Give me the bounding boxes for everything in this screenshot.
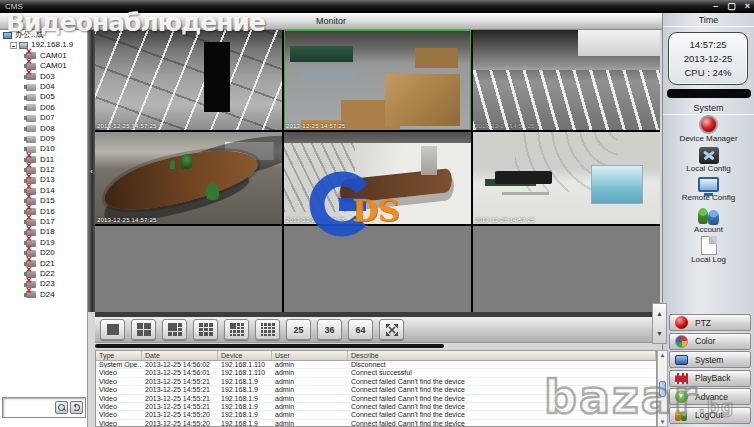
logout-quick-button[interactable]: LogOut (669, 407, 751, 424)
tree-channel-d24-23[interactable]: D24 (0, 290, 87, 300)
camera-4[interactable]: 2013-12-25 14:57:25 (95, 132, 282, 224)
remote-config-button[interactable]: Remote Config (663, 175, 754, 205)
layout-6-button[interactable] (162, 319, 187, 340)
tree-channel-d16-15[interactable]: D16 (0, 207, 87, 217)
scroll-down-icon[interactable]: ▼ (660, 419, 666, 425)
tree-channel-d09-8[interactable]: D09 (0, 134, 87, 144)
layout-36-button[interactable]: 36 (317, 319, 342, 340)
channel-list: CAM01CAM01D03D04D05D06D07D08D09D10D11D12… (0, 51, 87, 300)
empty-video-cell-3[interactable] (473, 226, 660, 312)
empty-video-cell-2[interactable] (284, 226, 471, 312)
close-icon[interactable]: × (745, 0, 750, 13)
device-manager-button[interactable]: Device Manager (663, 115, 754, 145)
local-config-button[interactable]: Local Config (663, 145, 754, 175)
log-column-user[interactable]: User (272, 351, 348, 360)
tree-channel-d15-14[interactable]: D15 (0, 196, 87, 206)
layout-1-button[interactable] (100, 319, 125, 340)
camera-1[interactable]: 2013-12-25 14:57:25 (95, 30, 282, 130)
layout-toolbar: 253664 (95, 317, 660, 343)
tab-monitor[interactable]: Monitor (0, 13, 662, 30)
tree-channel-d04-3[interactable]: D04 (0, 82, 87, 92)
color-quick-button[interactable]: Color (669, 333, 751, 350)
log-row-4[interactable]: Video2013-12-25 14:55:21192.168.1.9admin… (96, 386, 656, 394)
tree-channel-d10-9[interactable]: D10 (0, 144, 87, 154)
tree-channel-cam01-0[interactable]: CAM01 (0, 51, 87, 61)
log-row-7[interactable]: Video2013-12-25 14:55:20192.168.1.9admin… (96, 411, 656, 419)
tree-channel-d20-19[interactable]: D20 (0, 248, 87, 258)
channel-label: D05 (40, 92, 55, 102)
local-log-icon (701, 236, 717, 255)
tree-channel-d07-6[interactable]: D07 (0, 113, 87, 123)
log-column-type[interactable]: Type (96, 351, 142, 360)
tree-channel-d21-20[interactable]: D21 (0, 259, 87, 269)
fullscreen-button[interactable] (379, 319, 404, 340)
tree-channel-d14-13[interactable]: D14 (0, 186, 87, 196)
search-button[interactable] (55, 401, 68, 414)
maximize-icon[interactable]: ▢ (727, 0, 736, 13)
local-log-button[interactable]: Local Log (663, 235, 754, 265)
system-items: Device ManagerLocal ConfigRemote ConfigA… (663, 115, 754, 265)
tree-channel-d19-18[interactable]: D19 (0, 238, 87, 248)
log-row-2[interactable]: Video2013-12-25 14:56:01192.168.1.110adm… (96, 369, 656, 377)
layout-9-button[interactable] (193, 319, 218, 340)
ptz-icon (675, 316, 688, 329)
pane-splitter-bar[interactable] (95, 344, 444, 348)
layout-16-button[interactable] (255, 319, 280, 340)
tree-channel-d11-10[interactable]: D11 (0, 155, 87, 165)
refresh-button[interactable] (70, 401, 83, 414)
tree-channel-d23-22[interactable]: D23 (0, 279, 87, 289)
tree-root-node[interactable]: 办公..成 (0, 30, 87, 40)
pane-collapse-control[interactable]: ▲ ▼ (652, 303, 667, 344)
clock-time: 14:57:25 (690, 38, 727, 52)
channel-label: CAM01 (40, 51, 67, 61)
scrollbar-thumb[interactable] (659, 381, 666, 397)
camera-offline-icon (26, 73, 36, 80)
tree-channel-d13-12[interactable]: D13 (0, 175, 87, 185)
layout-4-button[interactable] (131, 319, 156, 340)
log-row-3[interactable]: Video2013-12-25 14:55:21192.168.1.9admin… (96, 378, 656, 386)
log-column-date[interactable]: Date (142, 351, 218, 360)
layout-13-button[interactable] (224, 319, 249, 340)
cms-window: CMS – ▢ × Monitor 办公..成 192.168.1.9 CAM0… (0, 0, 754, 427)
camera-6[interactable]: 2013-12-25 14:57:25 (473, 132, 660, 224)
log-column-device[interactable]: Device (218, 351, 272, 360)
tree-channel-d17-16[interactable]: D17 (0, 217, 87, 227)
empty-video-cell-1[interactable] (95, 226, 282, 312)
log-cell: Video (96, 403, 142, 410)
sidebar-collapse-handle[interactable]: ‹ (88, 30, 95, 312)
arrow-up-icon[interactable]: ▲ (656, 310, 663, 317)
layout-25-button[interactable]: 25 (286, 319, 311, 340)
device-search-box[interactable] (2, 397, 86, 418)
tree-channel-d12-11[interactable]: D12 (0, 165, 87, 175)
account-button[interactable]: Account (663, 205, 754, 235)
scroll-up-icon[interactable]: ▲ (660, 352, 666, 358)
camera-5[interactable]: 2013-12-25 14:57:25 (284, 132, 471, 224)
camera-3[interactable]: 2013-12-25 14:57:25 (473, 30, 660, 130)
camera-2[interactable]: 2013-12-25 14:57:25 (284, 30, 471, 130)
collapse-expander-icon[interactable] (10, 42, 17, 49)
tree-channel-cam01-1[interactable]: CAM01 (0, 61, 87, 71)
tree-channel-d03-2[interactable]: D03 (0, 72, 87, 82)
tree-device-label: 192.168.1.9 (31, 40, 73, 50)
channel-label: D21 (40, 259, 55, 269)
log-row-8[interactable]: Video2013-12-25 14:55:20192.168.1.9admin… (96, 420, 656, 427)
tree-channel-d18-17[interactable]: D18 (0, 227, 87, 237)
log-column-describe[interactable]: Describe (348, 351, 656, 360)
layout-4-icon (137, 323, 151, 336)
ptz-quick-button[interactable]: PTZ (669, 314, 751, 331)
log-scrollbar[interactable]: ▲ ▼ (657, 350, 668, 427)
playback-quick-button[interactable]: PlayBack (669, 370, 751, 387)
tree-device-node[interactable]: 192.168.1.9 (0, 40, 87, 50)
arrow-down-icon[interactable]: ▼ (656, 330, 663, 337)
log-row-1[interactable]: System Ope...2013-12-25 14:56:02192.168.… (96, 361, 656, 369)
tree-channel-d06-5[interactable]: D06 (0, 103, 87, 113)
minimize-icon[interactable]: – (713, 0, 718, 13)
system-quick-button[interactable]: System (669, 351, 751, 368)
tree-channel-d08-7[interactable]: D08 (0, 124, 87, 134)
advance-quick-button[interactable]: Advance (669, 388, 751, 405)
log-row-6[interactable]: Video2013-12-25 14:55:21192.168.1.9admin… (96, 403, 656, 411)
tree-channel-d22-21[interactable]: D22 (0, 269, 87, 279)
tree-channel-d05-4[interactable]: D05 (0, 92, 87, 102)
log-row-5[interactable]: Video2013-12-25 14:55:21192.168.1.9admin… (96, 395, 656, 403)
layout-64-button[interactable]: 64 (348, 319, 373, 340)
